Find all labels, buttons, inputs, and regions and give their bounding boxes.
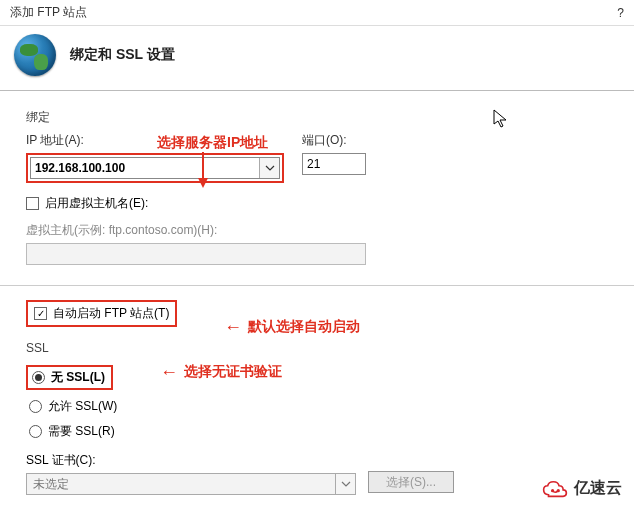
autostart-checkbox[interactable]: ✓: [34, 307, 47, 320]
chevron-down-icon: [341, 481, 351, 487]
globe-icon: [14, 34, 56, 76]
cert-dropdown-button[interactable]: [335, 474, 355, 494]
no-ssl-label: 无 SSL(L): [51, 369, 105, 386]
vhost-example-label: 虚拟主机(示例: ftp.contoso.com)(H):: [26, 222, 608, 239]
watermark: 亿速云: [536, 476, 628, 501]
autostart-label: 自动启动 FTP 站点(T): [53, 305, 169, 322]
nossl-highlight: 无 SSL(L): [26, 365, 113, 390]
dialog-header: 绑定和 SSL 设置: [0, 26, 634, 91]
port-label: 端口(O):: [302, 132, 366, 149]
help-button[interactable]: ?: [617, 6, 624, 20]
vhost-input: [26, 243, 366, 265]
ip-highlight: [26, 153, 284, 183]
select-cert-button[interactable]: 选择(S)...: [368, 471, 454, 493]
cert-combo[interactable]: 未选定: [26, 473, 356, 495]
page-title: 绑定和 SSL 设置: [70, 46, 175, 64]
ip-address-combo[interactable]: [30, 157, 280, 179]
cert-placeholder: 未选定: [27, 474, 335, 494]
arrow-left-icon: ←: [160, 363, 178, 381]
divider: [0, 285, 634, 286]
svg-marker-1: [198, 178, 208, 188]
require-ssl-radio[interactable]: [29, 425, 42, 438]
titlebar: 添加 FTP 站点 ?: [0, 0, 634, 26]
vhost-checkbox[interactable]: [26, 197, 39, 210]
cloud-icon: [542, 479, 568, 499]
allow-ssl-radio[interactable]: [29, 400, 42, 413]
no-ssl-radio[interactable]: [32, 371, 45, 384]
ip-address-input[interactable]: [31, 158, 259, 178]
ssl-group-label: SSL: [26, 341, 608, 355]
ip-dropdown-button[interactable]: [259, 158, 279, 178]
allow-ssl-label: 允许 SSL(W): [48, 398, 117, 415]
require-ssl-label: 需要 SSL(R): [48, 423, 115, 440]
arrow-icon: [188, 150, 218, 190]
chevron-down-icon: [265, 165, 275, 171]
cert-label: SSL 证书(C):: [26, 452, 608, 469]
binding-group-label: 绑定: [26, 109, 608, 126]
cursor-icon: [492, 108, 510, 130]
annotation-autostart: ← 默认选择自动启动: [224, 318, 360, 336]
annotation-nossl: ← 选择无证书验证: [160, 363, 282, 381]
arrow-left-icon: ←: [224, 318, 242, 336]
watermark-text: 亿速云: [574, 478, 622, 499]
vhost-checkbox-label: 启用虚拟主机名(E):: [45, 195, 148, 212]
autostart-highlight: ✓ 自动启动 FTP 站点(T): [26, 300, 177, 327]
window-title: 添加 FTP 站点: [10, 4, 87, 21]
port-input[interactable]: [302, 153, 366, 175]
